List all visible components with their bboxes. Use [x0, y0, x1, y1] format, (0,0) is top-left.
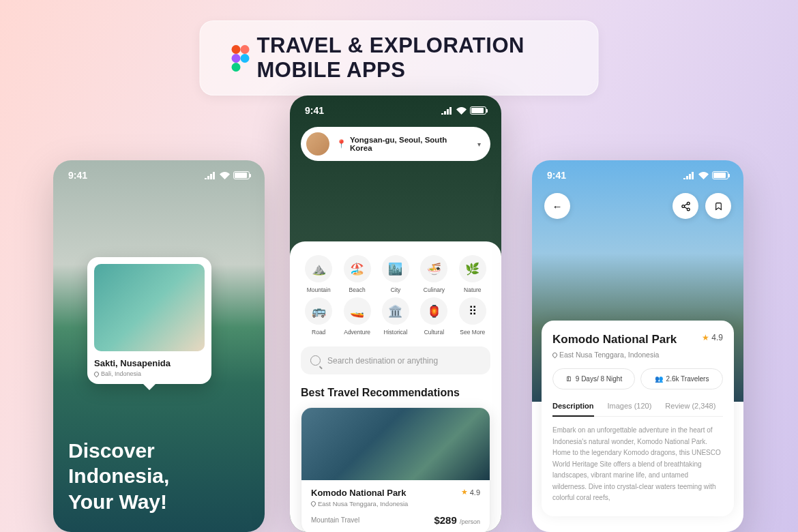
place-location: Bali, Indonesia	[94, 370, 205, 377]
category-icon: 🏛️	[382, 297, 409, 325]
category-label: Cultural	[424, 329, 444, 336]
screen-detail: 9:41 ← Komodo National Park ★4.9 East Nu…	[532, 160, 743, 532]
category-label: Beach	[349, 286, 366, 293]
status-time: 9:41	[547, 170, 566, 181]
battery-icon	[233, 171, 250, 179]
category-icon: ⠿	[459, 297, 486, 325]
screen-discover: 9:41 Sakti, Nusapenida Bali, Indonesia D…	[53, 160, 265, 532]
pin-icon	[93, 370, 100, 377]
detail-tabs: DescriptionImages (120)Review (2,348)	[552, 402, 723, 417]
page-banner: TRAVEL & EXPLORATION MOBILE APPS	[200, 20, 599, 95]
category-beach[interactable]: 🏖️Beach	[339, 255, 374, 293]
detail-rating: ★4.9	[702, 333, 723, 342]
rec-location: East Nusa Tenggara, Indonesia	[311, 500, 480, 507]
chevron-down-icon[interactable]: ▾	[477, 141, 481, 148]
figma-icon	[232, 45, 245, 71]
description-text: Embark on an unforgettable adventure in …	[552, 425, 723, 504]
wifi-icon	[698, 172, 709, 179]
wifi-icon	[456, 107, 467, 115]
bookmark-button[interactable]	[705, 193, 731, 219]
svg-point-0	[687, 202, 690, 205]
category-label: See More	[460, 329, 485, 336]
category-culinary[interactable]: 🍜Culinary	[416, 255, 452, 293]
status-icons	[683, 171, 728, 179]
battery-icon	[712, 171, 728, 179]
category-cultural[interactable]: 🏮Cultural	[416, 297, 452, 336]
category-label: City	[391, 286, 401, 293]
search-input[interactable]: Search destination or anything	[301, 346, 490, 374]
category-icon: ⛰️	[305, 255, 332, 282]
category-icon: 🌿	[459, 255, 486, 282]
main-panel: ⛰️Mountain🏖️Beach🏙️City🍜Culinary🌿Nature🚌…	[290, 241, 501, 532]
battery-icon	[470, 106, 486, 115]
status-bar: 9:41	[53, 160, 265, 185]
pin-icon	[310, 501, 317, 507]
category-road[interactable]: 🚌Road	[301, 297, 336, 336]
detail-panel: Komodo National Park ★4.9 East Nusa Teng…	[542, 321, 734, 516]
category-label: Mountain	[307, 286, 331, 293]
category-mountain[interactable]: ⛰️Mountain	[301, 255, 336, 293]
rec-rating: ★4.9	[461, 488, 480, 497]
travelers-pill: 👥2.6k Travelers	[640, 368, 723, 389]
category-icon: 🏙️	[382, 255, 409, 282]
category-icon: 🚌	[305, 297, 332, 325]
category-historical[interactable]: 🏛️Historical	[378, 297, 413, 336]
signal-icon	[683, 172, 695, 179]
category-label: Adventure	[344, 329, 370, 336]
status-time: 9:41	[305, 105, 324, 116]
category-grid: ⛰️Mountain🏖️Beach🏙️City🍜Culinary🌿Nature🚌…	[301, 255, 490, 336]
category-label: Culinary	[424, 286, 445, 293]
pin-icon	[552, 351, 559, 358]
category-icon: 🚤	[344, 297, 371, 325]
status-icons	[205, 171, 250, 179]
status-bar: 9:41	[290, 95, 501, 120]
share-button[interactable]	[673, 193, 698, 219]
rec-type: Mountain Travel	[311, 516, 359, 524]
category-icon: 🏮	[420, 297, 447, 325]
svg-point-2	[687, 208, 690, 211]
status-bar: 9:41	[532, 160, 743, 185]
detail-location: East Nusa Tenggara, Indonesia	[552, 351, 723, 359]
svg-line-4	[684, 204, 687, 206]
category-label: Nature	[464, 286, 482, 293]
tab-review[interactable]: Review (2,348)	[665, 402, 715, 416]
avatar[interactable]	[306, 132, 329, 156]
category-icon: 🏖️	[344, 255, 371, 282]
category-label: Road	[312, 329, 325, 336]
pin-icon: 📍	[336, 139, 346, 149]
top-actions: ←	[544, 193, 731, 219]
status-time: 9:41	[68, 170, 87, 181]
tab-description[interactable]: Description	[552, 402, 594, 417]
signal-icon	[441, 107, 453, 115]
location-selector[interactable]: 📍Yongsan-gu, Seoul, South Korea ▾	[301, 127, 490, 161]
back-button[interactable]: ←	[544, 193, 570, 219]
duration-pill: 🗓9 Days/ 8 Night	[552, 368, 635, 389]
star-icon: ★	[461, 488, 468, 497]
calendar-icon: 🗓	[565, 375, 572, 383]
people-icon: 👥	[655, 375, 663, 383]
hero-headline: Discover Indonesia, Your Way!	[68, 438, 169, 515]
banner-title: TRAVEL & EXPLORATION MOBILE APPS	[257, 33, 567, 83]
signal-icon	[205, 172, 216, 179]
detail-title: Komodo National Park	[552, 333, 677, 346]
section-title: Best Travel Recommendations	[301, 387, 490, 399]
place-tooltip-card[interactable]: Sakti, Nusapenida Bali, Indonesia	[87, 257, 211, 384]
status-icons	[441, 106, 486, 115]
category-adventure[interactable]: 🚤Adventure	[339, 297, 374, 336]
rec-price: $289 /person	[434, 514, 480, 526]
category-see-more[interactable]: ⠿See More	[455, 297, 490, 336]
svg-line-3	[684, 207, 687, 209]
category-nature[interactable]: 🌿Nature	[455, 255, 490, 293]
rec-name: Komodo National Park	[311, 488, 406, 498]
screen-home: 9:41 📍Yongsan-gu, Seoul, South Korea ▾ ⛰…	[290, 95, 501, 532]
place-image	[94, 264, 205, 351]
search-placeholder: Search destination or anything	[327, 356, 438, 366]
location-text: 📍Yongsan-gu, Seoul, South Korea	[336, 136, 471, 152]
place-name: Sakti, Nusapenida	[94, 358, 205, 368]
star-icon: ★	[702, 333, 709, 342]
recommendation-card[interactable]: Komodo National Park ★4.9 East Nusa Teng…	[301, 407, 490, 532]
svg-point-1	[681, 205, 684, 207]
wifi-icon	[220, 172, 230, 179]
tab-images[interactable]: Images (120)	[608, 402, 652, 416]
category-city[interactable]: 🏙️City	[378, 255, 413, 293]
